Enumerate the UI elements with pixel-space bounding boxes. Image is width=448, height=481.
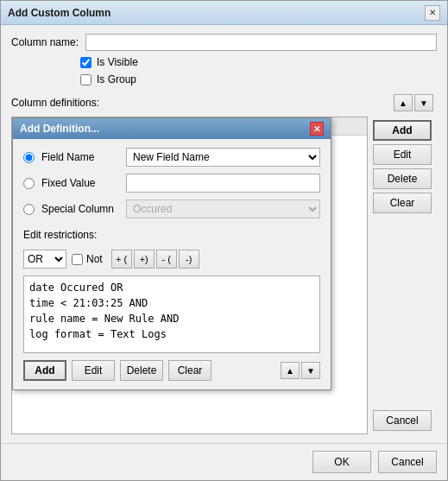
cancel-button[interactable]: Cancel — [378, 451, 437, 473]
close-paren-remove-button[interactable]: -) — [179, 250, 199, 269]
is-group-row: Is Group — [11, 73, 437, 85]
close-paren-add-button[interactable]: +) — [134, 250, 155, 269]
is-visible-checkbox[interactable] — [80, 57, 91, 68]
fixed-value-radio[interactable] — [23, 178, 35, 189]
bottom-buttons-row: OK Cancel — [1, 443, 447, 480]
not-checkbox[interactable] — [72, 254, 83, 265]
is-visible-row: Is Visible — [11, 56, 437, 68]
inner-clear-button[interactable]: Clear — [168, 360, 211, 381]
inner-dialog-title: Add Definition... — [20, 123, 99, 135]
special-column-select[interactable]: Occured — [126, 199, 320, 218]
main-window: Add Custom Column ✕ Column name: Is Visi… — [0, 0, 448, 481]
column-defs-arrows: ▲ ▼ — [394, 91, 437, 111]
field-name-radio[interactable] — [23, 152, 35, 163]
special-column-radio-row: Special Column Occured — [23, 199, 320, 218]
column-name-label: Column name: — [11, 36, 79, 48]
paren-buttons: + ( +) - ( -) — [111, 250, 199, 269]
right-panel: Add Edit Delete Clear Cancel — [368, 117, 437, 434]
not-label: Not — [86, 253, 103, 265]
fixed-value-radio-row: Fixed Value — [23, 174, 320, 193]
logic-operator-select[interactable]: OR AND NOT — [23, 250, 66, 269]
inner-up-button[interactable]: ▲ — [281, 362, 300, 379]
special-column-radio[interactable] — [23, 204, 35, 215]
delete-button[interactable]: Delete — [373, 168, 432, 189]
column-defs-label: Column definitions: — [11, 97, 99, 109]
is-group-label: Is Group — [97, 73, 136, 85]
clear-button[interactable]: Clear — [373, 193, 432, 213]
ok-button[interactable]: OK — [312, 451, 371, 473]
expression-line-4: log format = Text Logs — [29, 326, 314, 342]
inner-down-button[interactable]: ▼ — [301, 362, 320, 379]
edit-restrictions-label: Edit restrictions: — [23, 229, 320, 241]
open-paren-remove-button[interactable]: - ( — [156, 250, 177, 269]
expression-line-1: date Occured OR — [29, 280, 314, 295]
special-column-label: Special Column — [41, 203, 119, 215]
expression-box[interactable]: date Occured OR time < 21:03:25 AND rule… — [23, 275, 320, 353]
inner-arrow-buttons: ▲ ▼ — [281, 362, 320, 379]
close-button[interactable]: ✕ — [425, 5, 440, 21]
expression-line-2: time < 21:03:25 AND — [29, 295, 314, 311]
main-content: Column name: Is Visible Is Group Column … — [1, 25, 447, 443]
title-bar: Add Custom Column ✕ — [1, 1, 447, 25]
inner-bottom-row: Add Edit Delete Clear ▲ ▼ — [23, 360, 320, 381]
cancel-side-button[interactable]: Cancel — [373, 410, 432, 431]
column-name-input[interactable] — [85, 34, 437, 51]
open-paren-add-button[interactable]: + ( — [111, 250, 132, 269]
field-name-radio-label: Field Name — [41, 151, 119, 163]
expression-line-3: rule name = New Rule AND — [29, 311, 314, 326]
restrictions-controls: OR AND NOT Not + ( +) - ( — [23, 250, 320, 269]
field-name-radio-row: Field Name New Field Name — [23, 148, 320, 167]
not-checkbox-row: Not — [72, 253, 103, 265]
fixed-value-label: Fixed Value — [41, 177, 119, 189]
edit-button[interactable]: Edit — [373, 144, 432, 165]
inner-edit-button[interactable]: Edit — [72, 360, 115, 381]
add-button[interactable]: Add — [373, 120, 432, 141]
column-defs-header: Column definitions: ▲ ▼ — [11, 91, 437, 111]
inner-add-button[interactable]: Add — [23, 360, 66, 381]
is-visible-label: Is Visible — [97, 56, 138, 68]
col-def-down-button[interactable]: ▼ — [414, 94, 433, 111]
inner-dialog: Add Definition... ✕ Field Name New Field… — [12, 117, 331, 390]
inner-title-bar: Add Definition... ✕ — [13, 118, 331, 139]
fixed-value-input[interactable] — [126, 174, 320, 193]
field-name-select[interactable]: New Field Name — [126, 148, 320, 167]
col-def-up-button[interactable]: ▲ — [394, 94, 413, 111]
is-group-checkbox[interactable] — [80, 74, 91, 85]
inner-close-button[interactable]: ✕ — [310, 122, 324, 136]
window-title: Add Custom Column — [8, 7, 110, 19]
inner-dialog-body: Field Name New Field Name Fixed Value — [13, 139, 331, 389]
main-layout: Field Name Filter Add Definition... ✕ — [11, 117, 437, 434]
inner-delete-button[interactable]: Delete — [120, 360, 163, 381]
column-defs-area: Field Name Filter Add Definition... ✕ — [11, 117, 368, 434]
column-name-row: Column name: — [11, 34, 437, 51]
